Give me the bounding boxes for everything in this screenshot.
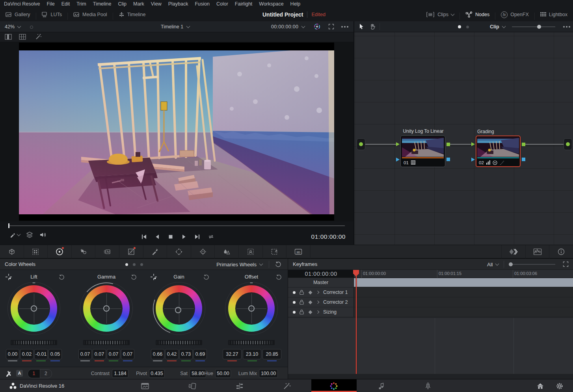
track-lane[interactable] <box>354 307 573 317</box>
viewer-scrubber[interactable] <box>0 223 353 229</box>
keyframe-ruler[interactable]: 01:00:00:00 01:00:01:15 01:00:03:06 <box>354 270 573 278</box>
sizing-tab[interactable] <box>263 245 287 258</box>
expand-panel-icon[interactable] <box>563 261 569 267</box>
keyframe-filter-selector[interactable]: All <box>487 262 493 268</box>
chevron-down-icon[interactable] <box>301 24 305 28</box>
stop-button[interactable] <box>164 231 177 243</box>
offset-b-value[interactable]: 20.85 <box>262 349 281 359</box>
lift-reset-icon[interactable] <box>58 274 65 280</box>
hue-value[interactable]: 50.00 <box>215 369 231 378</box>
tracker-tab[interactable] <box>191 245 215 258</box>
media-pool-button[interactable]: Media Pool <box>68 8 113 21</box>
menu-clip[interactable]: Clip <box>118 1 127 7</box>
gain-r-value[interactable]: 0.42 <box>165 349 179 359</box>
playhead-line[interactable] <box>356 276 357 374</box>
viewer-more-icon[interactable] <box>341 26 343 28</box>
scopes-tab[interactable] <box>526 245 550 258</box>
timeline-button[interactable]: Timeline <box>113 8 151 21</box>
chevron-down-icon[interactable] <box>17 232 21 236</box>
qualifier-tab[interactable] <box>143 245 167 258</box>
page-edit[interactable] <box>235 381 244 391</box>
reset-all-icon[interactable] <box>275 261 281 268</box>
menu-trim[interactable]: Trim <box>76 1 86 7</box>
viewer-header-timecode[interactable]: 00:00:00:00 <box>271 24 298 30</box>
node-page-dot-1[interactable] <box>458 25 461 28</box>
camera-raw-tab[interactable] <box>0 245 24 258</box>
gamma-r-value[interactable]: 0.07 <box>93 349 106 359</box>
lock-icon[interactable] <box>299 290 304 295</box>
page-1-button[interactable]: 1 <box>28 370 40 378</box>
gamma-g-value[interactable]: 0.07 <box>107 349 120 359</box>
lift-picker-icon[interactable] <box>5 273 12 281</box>
offset-r-value[interactable]: 32.27 <box>223 349 242 359</box>
gain-g-value[interactable]: 0.73 <box>179 349 193 359</box>
step-back-button[interactable] <box>151 231 164 243</box>
wheel-page-dot-2[interactable] <box>133 263 136 266</box>
chevron-right-icon[interactable] <box>316 301 319 304</box>
lightbox-button[interactable]: Lightbox <box>535 8 573 21</box>
enhance-icon[interactable] <box>314 23 320 30</box>
page-color[interactable] <box>329 381 339 391</box>
key-output-port[interactable] <box>522 158 525 161</box>
goto-end-button[interactable] <box>191 231 204 243</box>
rgb-input-port[interactable] <box>396 142 400 146</box>
openfx-button[interactable]: fx OpenFX <box>495 8 534 21</box>
track-header[interactable]: Corrector 2 <box>288 297 354 307</box>
key-output-port[interactable] <box>446 158 450 161</box>
wheel-page-dot-3[interactable] <box>140 263 143 266</box>
gain-b-value[interactable]: 0.69 <box>193 349 207 359</box>
menu-playback[interactable]: Playback <box>168 1 188 7</box>
gain-picker-icon[interactable] <box>150 273 157 281</box>
track-lane[interactable] <box>354 297 573 307</box>
lock-icon[interactable] <box>299 309 304 315</box>
lift-master-slider[interactable] <box>11 340 57 345</box>
auto-balance-button[interactable]: A <box>16 370 23 377</box>
slider-handle[interactable] <box>509 262 513 266</box>
audio-icon[interactable] <box>39 232 47 238</box>
key-input-port[interactable] <box>471 158 475 162</box>
chevron-right-icon[interactable] <box>316 310 319 314</box>
lift-b-value[interactable]: 0.05 <box>48 349 62 359</box>
page-2-button[interactable]: 2 <box>40 370 52 378</box>
track-header[interactable]: Corrector 1 <box>288 288 354 297</box>
gamma-reset-icon[interactable] <box>130 274 137 280</box>
node-graph[interactable]: Unity Log To Linear 01 Grading 02 <box>354 32 573 245</box>
page-media[interactable] <box>140 381 150 391</box>
luts-button[interactable]: LUTs <box>36 8 67 21</box>
key-tab[interactable] <box>239 245 263 258</box>
layers-icon[interactable] <box>26 232 33 238</box>
home-button[interactable] <box>536 381 545 391</box>
goto-start-button[interactable] <box>137 231 151 243</box>
chevron-down-icon[interactable] <box>502 24 506 28</box>
menu-timeline[interactable]: Timeline <box>93 1 112 7</box>
scrubber-playhead[interactable] <box>8 223 9 228</box>
keyframe-zoom-slider[interactable] <box>510 264 555 265</box>
stereo-3d-tab[interactable]: 3D <box>286 245 311 258</box>
curves-tab[interactable] <box>119 245 143 258</box>
lum-mix-value[interactable]: 100.00 <box>259 369 278 378</box>
menu-view[interactable]: View <box>151 1 162 7</box>
gain-y-value[interactable]: 0.66 <box>151 349 164 359</box>
gain-master-slider[interactable] <box>156 340 202 345</box>
chevron-down-icon[interactable] <box>259 262 263 266</box>
settings-button[interactable] <box>555 381 564 391</box>
offset-wheel[interactable] <box>224 281 279 336</box>
page-fusion[interactable] <box>282 381 292 391</box>
menu-fusion[interactable]: Fusion <box>195 1 210 7</box>
node-output-chip[interactable] <box>564 138 572 150</box>
page-fairlight[interactable] <box>376 381 386 391</box>
nodes-button[interactable]: Nodes <box>460 8 495 21</box>
slider-handle[interactable] <box>537 25 541 29</box>
rgb-output-port[interactable] <box>522 143 525 146</box>
wheel-page-switcher[interactable]: 1 2 <box>28 369 52 378</box>
track-lane[interactable] <box>354 278 573 288</box>
gain-wheel[interactable] <box>151 281 207 336</box>
chevron-down-icon[interactable] <box>186 24 190 28</box>
node-mode-selector[interactable]: Clip <box>490 24 499 30</box>
cursor-tool-icon[interactable] <box>358 23 365 30</box>
pan-tool-icon[interactable] <box>369 23 376 30</box>
node-more-icon[interactable] <box>563 26 565 28</box>
keyframe-diamond-icon[interactable] <box>309 290 313 294</box>
key-input-port[interactable] <box>396 158 400 162</box>
menu-workspace[interactable]: Workspace <box>259 1 283 7</box>
